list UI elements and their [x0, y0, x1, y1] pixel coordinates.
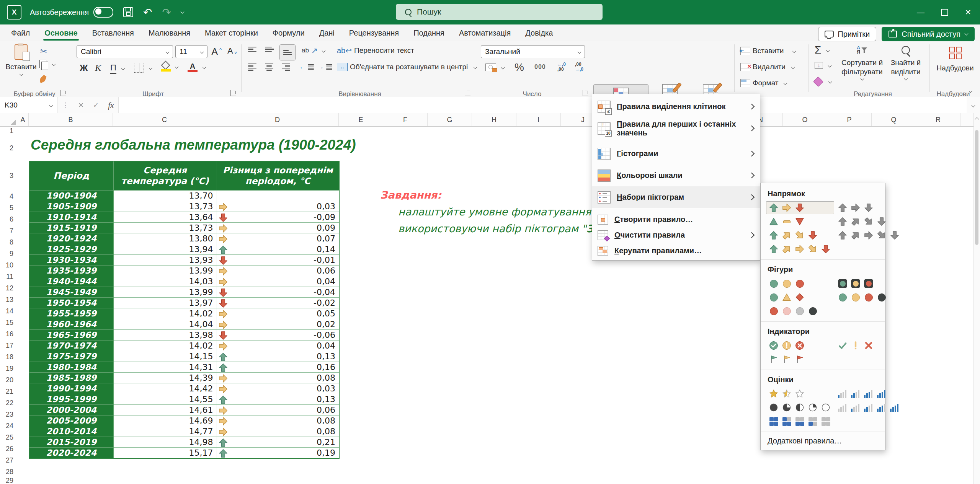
period-cell[interactable]: 1905-1909	[29, 201, 113, 212]
icon-set-option[interactable]	[835, 215, 902, 228]
tab-Довідка[interactable]: Довідка	[518, 24, 560, 41]
fill-color-button[interactable]	[161, 62, 178, 69]
increase-decimal-button[interactable]: ←,0,00	[557, 62, 566, 72]
fill-button[interactable]: ↓	[815, 62, 831, 69]
icon-set-option[interactable]	[766, 339, 834, 352]
tab-Подання[interactable]: Подання	[406, 24, 452, 41]
save-icon[interactable]	[123, 7, 133, 17]
row-header-8[interactable]: 8	[0, 236, 17, 248]
diff-cell[interactable]: 0,07	[217, 233, 339, 244]
temp-cell[interactable]: 13,64	[113, 212, 217, 222]
temp-cell[interactable]: 13,99	[113, 265, 217, 276]
row-header-4[interactable]: 4	[0, 191, 17, 202]
row-header-9[interactable]: 9	[0, 248, 17, 259]
merge-center-button[interactable]: ↔ Об'єднати та розташувати в центрі	[337, 63, 477, 71]
temp-cell[interactable]: 13,70	[113, 190, 217, 201]
diff-cell[interactable]: 0,08	[217, 415, 339, 426]
menu-item-10[interactable]: Керувати правилами…	[592, 243, 760, 259]
icon-set-option[interactable]	[766, 415, 834, 428]
menu-item-2[interactable]: Правила для перших і останніх значень	[592, 117, 760, 139]
autosum-button[interactable]: Σ	[815, 45, 829, 55]
period-cell[interactable]: 1955-1959	[29, 308, 113, 319]
temp-cell[interactable]: 14,77	[113, 426, 217, 437]
period-cell[interactable]: 1950-1954	[29, 297, 113, 308]
column-header-P[interactable]: P	[827, 113, 872, 126]
percent-style-button[interactable]: %	[514, 61, 524, 73]
insert-cells-button[interactable]: ⇤ Вставити	[740, 47, 795, 55]
temp-cell[interactable]: 14,69	[113, 415, 217, 426]
search-input[interactable]: Пошук	[396, 4, 603, 20]
align-right-button[interactable]	[282, 64, 290, 71]
copy-button[interactable]	[39, 60, 55, 68]
row-header-25[interactable]: 25	[0, 432, 17, 443]
icon-set-option[interactable]	[766, 305, 834, 318]
period-cell[interactable]: 1995-1999	[29, 394, 113, 404]
column-header-H[interactable]: H	[472, 113, 516, 126]
diff-cell[interactable]: 0,13	[217, 351, 339, 362]
find-select-button[interactable]: Знайти й виділити	[887, 46, 925, 80]
period-cell[interactable]: 1900-1904	[29, 190, 113, 201]
temp-cell[interactable]: 13,98	[113, 329, 217, 340]
diff-cell[interactable]: 0,13	[217, 394, 339, 404]
close-button[interactable]: ✕	[956, 0, 980, 24]
period-cell[interactable]: 1990-1994	[29, 383, 113, 394]
icon-set-option[interactable]	[766, 387, 834, 400]
increase-font-button[interactable]: A˄	[211, 46, 222, 58]
font-dialog-launcher[interactable]	[230, 90, 236, 96]
temp-cell[interactable]: 14,03	[113, 276, 217, 287]
column-header-G[interactable]: G	[428, 113, 472, 126]
minimize-button[interactable]: —	[909, 0, 933, 24]
period-cell[interactable]: 2015-2019	[29, 437, 113, 447]
period-cell[interactable]: 1970-1974	[29, 340, 113, 351]
row-header-17[interactable]: 17	[0, 340, 17, 351]
align-left-button[interactable]	[248, 64, 256, 71]
icon-set-option[interactable]	[766, 353, 834, 366]
italic-button[interactable]: К	[95, 63, 101, 73]
wrap-text-button[interactable]: ab↩ Переносити текст	[337, 46, 414, 55]
menu-item-6[interactable]: Набори піктограм	[592, 186, 760, 208]
column-header-R[interactable]: R	[916, 113, 960, 126]
icon-set-option[interactable]	[766, 401, 834, 414]
row-header-7[interactable]: 7	[0, 225, 17, 236]
icon-set-option[interactable]	[835, 291, 889, 304]
row-header-21[interactable]: 21	[0, 386, 17, 397]
icon-set-option[interactable]	[766, 291, 834, 304]
excel-logo-icon[interactable]: X	[7, 5, 21, 20]
row-header-22[interactable]: 22	[0, 397, 17, 409]
format-painter-button[interactable]	[40, 75, 46, 83]
icon-set-option[interactable]	[835, 277, 889, 290]
column-header-D[interactable]: D	[216, 113, 339, 126]
diff-cell[interactable]: 0,06	[217, 404, 339, 415]
period-cell[interactable]: 1930-1934	[29, 254, 113, 265]
period-cell[interactable]: 2020-2024	[29, 447, 113, 458]
decrease-decimal-button[interactable]: ,00→,0	[575, 62, 583, 72]
menu-item-9[interactable]: Очистити правила	[592, 227, 760, 243]
row-header-15[interactable]: 15	[0, 317, 17, 328]
period-cell[interactable]: 2010-2014	[29, 426, 113, 437]
format-cells-button[interactable]: Формат	[740, 79, 787, 87]
row-header-14[interactable]: 14	[0, 305, 17, 317]
tab-Дані[interactable]: Дані	[312, 24, 342, 41]
period-cell[interactable]: 1965-1969	[29, 329, 113, 340]
column-header-E[interactable]: E	[339, 113, 383, 126]
diff-cell[interactable]: -0,02	[217, 297, 339, 308]
period-cell[interactable]: 1915-1919	[29, 222, 113, 233]
align-bottom-button[interactable]	[279, 44, 296, 60]
tab-Малювання[interactable]: Малювання	[141, 24, 198, 41]
row-header-23[interactable]: 23	[0, 409, 17, 420]
align-middle-button[interactable]	[265, 47, 274, 52]
notes-button[interactable]: Примітки	[818, 27, 876, 41]
row-header-29[interactable]: 29	[0, 477, 17, 484]
delete-cells-button[interactable]: ✕ Видалити	[740, 63, 794, 71]
temp-cell[interactable]: 14,42	[113, 383, 217, 394]
row-header-3[interactable]: 3	[0, 161, 17, 191]
period-cell[interactable]: 2000-2004	[29, 404, 113, 415]
period-cell[interactable]: 1960-1964	[29, 319, 113, 329]
diff-cell[interactable]: -0,06	[217, 329, 339, 340]
vertical-scrollbar[interactable]	[973, 113, 980, 484]
borders-button[interactable]	[134, 63, 152, 73]
maximize-button[interactable]	[933, 0, 956, 24]
font-color-button[interactable]: А	[188, 62, 206, 70]
clipboard-dialog-launcher[interactable]	[60, 90, 66, 96]
diff-cell[interactable]: 0,05	[217, 308, 339, 319]
